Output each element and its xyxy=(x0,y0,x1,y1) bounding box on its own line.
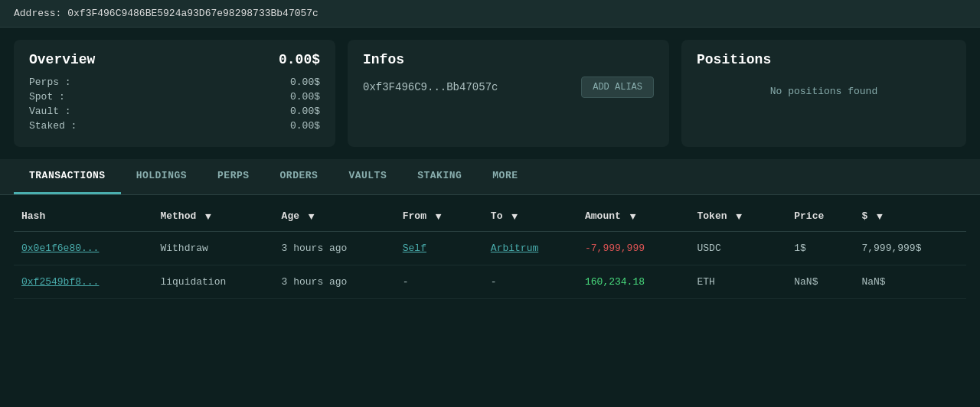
col-from: From ▼ xyxy=(395,201,483,232)
overview-vault-value: 0.00$ xyxy=(290,106,320,117)
positions-card: Positions No positions found xyxy=(681,40,966,147)
col-hash: Hash xyxy=(14,201,152,232)
tab-transactions[interactable]: TRANSACTIONS xyxy=(14,159,121,194)
add-alias-button[interactable]: ADD ALIAS xyxy=(581,77,654,98)
infos-header: Infos xyxy=(363,52,654,67)
to-filter-icon[interactable]: ▼ xyxy=(511,211,522,222)
overview-staked-label: Staked : xyxy=(29,120,77,132)
row1-method: Withdraw xyxy=(152,232,273,265)
table-row: 0xf2549bf8... liquidation 3 hours ago - … xyxy=(14,265,966,299)
tab-perps[interactable]: PERPS xyxy=(202,159,265,194)
infos-card: Infos 0xf3F496C9...Bb47057c ADD ALIAS xyxy=(348,40,669,147)
from-filter-icon[interactable]: ▼ xyxy=(436,211,446,222)
positions-title: Positions xyxy=(697,52,771,67)
overview-spot-label: Spot : xyxy=(29,91,65,103)
row1-from: Self xyxy=(395,232,483,265)
row1-amount: -7,999,999 xyxy=(577,232,689,265)
row2-amount-value: 160,234.18 xyxy=(585,276,645,288)
tab-more[interactable]: MORE xyxy=(477,159,533,194)
address-value: 0xf3F496C9486BE5924a93D67e98298733Bb4705… xyxy=(67,8,318,19)
table-section: Hash Method ▼ Age ▼ From ▼ To ▼ xyxy=(0,201,980,313)
tab-vaults[interactable]: VAULTS xyxy=(333,159,402,194)
overview-row-vault: Vault : 0.00$ xyxy=(29,106,320,117)
row2-token: ETH xyxy=(689,265,786,299)
row2-dollar: NaN$ xyxy=(854,265,966,299)
overview-perps-label: Perps : xyxy=(29,77,71,88)
tab-staking[interactable]: STAKING xyxy=(402,159,477,194)
row1-to-link[interactable]: Arbitrum xyxy=(491,243,538,254)
address-label: Address: xyxy=(14,8,61,19)
row2-to: - xyxy=(483,265,577,299)
col-method: Method ▼ xyxy=(152,201,273,232)
row1-to: Arbitrum xyxy=(483,232,577,265)
infos-address-row: 0xf3F496C9...Bb47057c ADD ALIAS xyxy=(363,77,654,98)
overview-vault-label: Vault : xyxy=(29,106,71,117)
tab-orders[interactable]: ORDERS xyxy=(265,159,334,194)
age-filter-icon[interactable]: ▼ xyxy=(309,211,319,222)
positions-header: Positions xyxy=(697,52,951,67)
col-to: To ▼ xyxy=(483,201,577,232)
overview-card: Overview 0.00$ Perps : 0.00$ Spot : 0.00… xyxy=(14,40,335,147)
amount-filter-icon[interactable]: ▼ xyxy=(630,211,641,222)
positions-empty: No positions found xyxy=(697,86,951,97)
row2-from: - xyxy=(395,265,483,299)
row1-hash: 0x0e1f6e80... xyxy=(14,232,152,265)
row2-price: NaN$ xyxy=(786,265,854,299)
row1-hash-link[interactable]: 0x0e1f6e80... xyxy=(21,243,99,254)
token-filter-icon[interactable]: ▼ xyxy=(736,211,746,222)
row1-token: USDC xyxy=(689,232,786,265)
overview-row-spot: Spot : 0.00$ xyxy=(29,91,320,103)
row1-from-link[interactable]: Self xyxy=(403,243,426,254)
overview-title: Overview xyxy=(29,52,95,67)
method-filter-icon[interactable]: ▼ xyxy=(205,211,216,222)
tabs-list: TRANSACTIONS HOLDINGS PERPS ORDERS VAULT… xyxy=(14,159,966,194)
tab-holdings[interactable]: HOLDINGS xyxy=(121,159,202,194)
address-bar: Address: 0xf3F496C9486BE5924a93D67e98298… xyxy=(0,0,980,28)
overview-spot-value: 0.00$ xyxy=(290,91,320,103)
col-token: Token ▼ xyxy=(689,201,786,232)
row2-hash: 0xf2549bf8... xyxy=(14,265,152,299)
table-header-row: Hash Method ▼ Age ▼ From ▼ To ▼ xyxy=(14,201,966,232)
row2-age: 3 hours ago xyxy=(274,265,395,299)
row1-amount-value: -7,999,999 xyxy=(585,243,645,254)
overview-header: Overview 0.00$ xyxy=(29,52,320,67)
col-age: Age ▼ xyxy=(274,201,395,232)
col-amount: Amount ▼ xyxy=(577,201,689,232)
overview-staked-value: 0.00$ xyxy=(290,120,320,132)
dollar-filter-icon[interactable]: ▼ xyxy=(877,211,887,222)
infos-address-value: 0xf3F496C9...Bb47057c xyxy=(363,81,498,93)
row1-price: 1$ xyxy=(786,232,854,265)
overview-row-staked: Staked : 0.00$ xyxy=(29,120,320,132)
overview-total: 0.00$ xyxy=(279,52,320,67)
col-dollar: $ ▼ xyxy=(854,201,966,232)
row1-age: 3 hours ago xyxy=(274,232,395,265)
table-row: 0x0e1f6e80... Withdraw 3 hours ago Self … xyxy=(14,232,966,265)
overview-perps-value: 0.00$ xyxy=(290,77,320,88)
cards-section: Overview 0.00$ Perps : 0.00$ Spot : 0.00… xyxy=(0,28,980,159)
col-price: Price xyxy=(786,201,854,232)
tabs-section: TRANSACTIONS HOLDINGS PERPS ORDERS VAULT… xyxy=(0,159,980,195)
row2-hash-link[interactable]: 0xf2549bf8... xyxy=(21,276,99,288)
infos-title: Infos xyxy=(363,52,404,67)
row2-amount: 160,234.18 xyxy=(577,265,689,299)
transactions-table: Hash Method ▼ Age ▼ From ▼ To ▼ xyxy=(14,201,966,299)
overview-row-perps: Perps : 0.00$ xyxy=(29,77,320,88)
row1-dollar: 7,999,999$ xyxy=(854,232,966,265)
row2-method: liquidation xyxy=(152,265,273,299)
